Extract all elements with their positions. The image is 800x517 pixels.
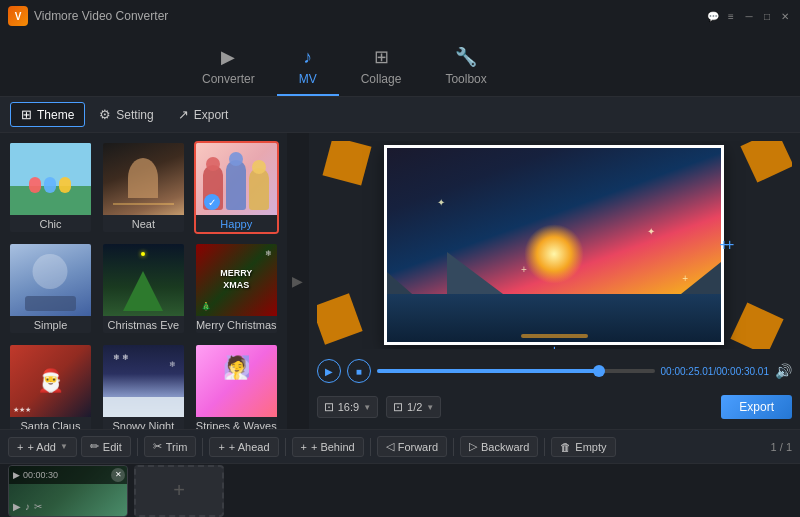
clip-audio-icon[interactable]: ♪ (25, 501, 30, 512)
behind-btn[interactable]: + + Behind (292, 437, 364, 457)
backward-btn[interactable]: ▷ Backward (460, 436, 538, 457)
clip-close-btn[interactable]: ✕ (111, 468, 125, 482)
menu-btn[interactable]: ≡ (724, 9, 738, 23)
water-reflection (387, 294, 721, 343)
theme-stripes-label: Stripes & Waves (196, 417, 277, 429)
close-btn[interactable]: ✕ (778, 9, 792, 23)
nav-bar: ▶ Converter ♪ MV ⊞ Collage 🔧 Toolbox (0, 32, 800, 97)
empty-icon: 🗑 (560, 441, 571, 453)
theme-grid: Chic Neat (8, 141, 279, 429)
export-preview-button[interactable]: Export (721, 395, 792, 419)
forward-label: Forward (398, 441, 438, 453)
add-right-btn[interactable]: + (719, 236, 728, 254)
add-timeline-btn[interactable]: + + Add ▼ (8, 437, 77, 457)
clip-play-icon: ▶ (13, 470, 20, 480)
tab-converter[interactable]: ▶ Converter (180, 38, 277, 96)
theme-simple[interactable]: Simple (8, 242, 93, 335)
title-bar-left: V Vidmore Video Converter (8, 6, 168, 26)
edit-timeline-btn[interactable]: ✏ Edit (81, 436, 131, 457)
edit-label: Edit (103, 441, 122, 453)
sparkle-3: + (521, 264, 527, 275)
volume-icon[interactable]: 🔊 (775, 363, 792, 379)
play-btn[interactable]: ▶ (317, 359, 341, 383)
aspect-ratio-value: 16:9 (338, 401, 359, 413)
scale-selector[interactable]: ⊡ 1/2 ▼ (386, 396, 441, 418)
right-panel: ✦ ✦ + + + + + ▶ ■ 00:00: (309, 133, 800, 429)
timeline-content: ▶ 00:00:30 ✕ ▶ ♪ ✂ + (0, 464, 800, 517)
theme-neat[interactable]: Neat (101, 141, 186, 234)
aspect-icon: ⊡ (324, 400, 334, 414)
clip-controls: ▶ ♪ ✂ (13, 501, 42, 512)
sparkle-2: ✦ (647, 226, 655, 237)
theme-chic[interactable]: Chic (8, 141, 93, 234)
theme-merry-label: Merry Christmas (196, 316, 277, 333)
add-icon: + (17, 441, 23, 453)
theme-merry[interactable]: MERRYXMAS ❄ 🎄 Merry Christmas (194, 242, 279, 335)
theme-santa[interactable]: 🎅 ★★★ Santa Claus (8, 343, 93, 429)
theme-stripes[interactable]: 🧖 Stripes & Waves (194, 343, 279, 429)
tab-converter-label: Converter (202, 72, 255, 86)
panel-divider[interactable]: ▶ (287, 133, 309, 429)
stop-btn[interactable]: ■ (347, 359, 371, 383)
maximize-btn[interactable]: □ (760, 9, 774, 23)
add-plus-icon: + (173, 479, 185, 502)
export-icon: ↗ (178, 107, 189, 122)
app-icon: V (8, 6, 28, 26)
scale-icon: ⊡ (393, 400, 403, 414)
corner-decoration-bl (317, 293, 363, 344)
progress-thumb (593, 365, 605, 377)
theme-christmas[interactable]: Christmas Eve (101, 242, 186, 335)
divider-arrow-icon: ▶ (292, 273, 303, 289)
theme-btn[interactable]: ⊞ Theme (10, 102, 85, 127)
clip-cut-icon[interactable]: ✂ (34, 501, 42, 512)
toolbar-separator-6 (544, 438, 545, 456)
ahead-btn[interactable]: + + Ahead (209, 437, 278, 457)
theme-snowy[interactable]: ❄ ❄ ❄ Snowy Night (101, 343, 186, 429)
minimize-btn[interactable]: ─ (742, 9, 756, 23)
theme-santa-label: Santa Claus (10, 417, 91, 429)
tab-collage[interactable]: ⊞ Collage (339, 38, 424, 96)
forward-btn[interactable]: ◁ Forward (377, 436, 447, 457)
timeline-toolbar: + + Add ▼ ✏ Edit ✂ Trim + + Ahead + + Be… (0, 430, 800, 464)
time-display: 00:00:25.01/00:00:30.01 (661, 366, 769, 377)
behind-icon: + (301, 441, 307, 453)
content-area: Chic Neat (0, 133, 800, 429)
clip-overlay: ▶ 00:00:30 (9, 466, 127, 484)
main: ⊞ Theme ⚙ Setting ↗ Export (0, 97, 800, 517)
aspect-dropdown-arrow: ▼ (363, 403, 371, 412)
collage-icon: ⊞ (374, 46, 389, 68)
add-bottom-btn[interactable]: + (550, 342, 559, 349)
toolbar-separator-4 (370, 438, 371, 456)
timeline-clip[interactable]: ▶ 00:00:30 ✕ ▶ ♪ ✂ (8, 465, 128, 517)
theme-icon: ⊞ (21, 107, 32, 122)
title-bar-controls: 💬 ≡ ─ □ ✕ (706, 9, 792, 23)
clip-play-ctrl[interactable]: ▶ (13, 501, 21, 512)
toolbar-separator-5 (453, 438, 454, 456)
trim-timeline-btn[interactable]: ✂ Trim (144, 436, 197, 457)
ahead-icon: + (218, 441, 224, 453)
timeline-add-btn[interactable]: + (134, 465, 224, 517)
progress-fill (377, 369, 599, 373)
forward-icon: ◁ (386, 440, 394, 453)
theme-snowy-label: Snowy Night (103, 417, 184, 429)
setting-btn[interactable]: ⚙ Setting (89, 103, 163, 126)
title-bar: V Vidmore Video Converter 💬 ≡ ─ □ ✕ (0, 0, 800, 32)
export-btn[interactable]: ↗ Export (168, 103, 239, 126)
preview-area: ✦ ✦ + + + + + (317, 141, 792, 349)
progress-bar[interactable] (377, 369, 655, 373)
backward-icon: ▷ (469, 440, 477, 453)
aspect-ratio-selector[interactable]: ⊡ 16:9 ▼ (317, 396, 378, 418)
tab-toolbox-label: Toolbox (445, 72, 486, 86)
empty-btn[interactable]: 🗑 Empty (551, 437, 615, 457)
edit-icon: ✏ (90, 440, 99, 453)
toolbar-separator-3 (285, 438, 286, 456)
tab-toolbox[interactable]: 🔧 Toolbox (423, 38, 508, 96)
tab-mv[interactable]: ♪ MV (277, 39, 339, 96)
chat-btn[interactable]: 💬 (706, 9, 720, 23)
timeline-count: 1 / 1 (771, 441, 792, 453)
theme-chic-label: Chic (10, 215, 91, 232)
sparkle-4: + (682, 273, 688, 284)
theme-happy[interactable]: ✓ Happy (194, 141, 279, 234)
timeline: + + Add ▼ ✏ Edit ✂ Trim + + Ahead + + Be… (0, 429, 800, 517)
mv-icon: ♪ (303, 47, 312, 68)
